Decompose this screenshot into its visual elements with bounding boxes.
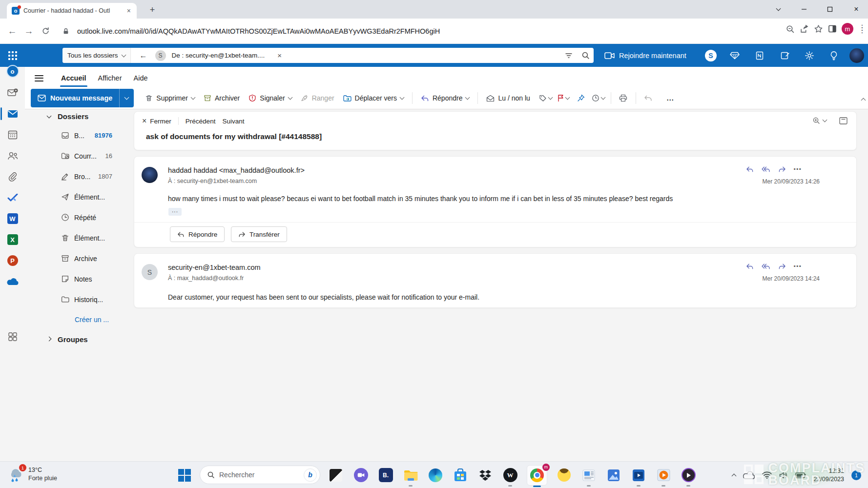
microsoft-store-icon[interactable]: [452, 467, 469, 484]
reply-icon[interactable]: [745, 166, 754, 173]
tab-accueil[interactable]: Accueil: [55, 72, 92, 84]
rail-mail-icon[interactable]: [0, 105, 25, 122]
browser-profile-avatar[interactable]: m: [842, 23, 853, 35]
folder-sent[interactable]: Élément...: [25, 193, 134, 201]
sender-avatar[interactable]: [142, 167, 158, 183]
reload-button[interactable]: [37, 23, 54, 40]
contrast-app-icon[interactable]: [328, 467, 344, 484]
yellow-app-icon[interactable]: [556, 467, 572, 484]
taskbar-clock[interactable]: 12:31 22/09/2023: [813, 467, 844, 484]
more-options-button[interactable]: ...: [662, 90, 679, 106]
file-explorer-icon[interactable]: [402, 467, 419, 484]
orange-play-app-icon[interactable]: [655, 467, 672, 484]
new-tab-button[interactable]: +: [146, 4, 158, 16]
archive-button[interactable]: Archiver: [199, 90, 244, 106]
rail-new-mail-icon[interactable]: [0, 84, 25, 101]
window-app-icon[interactable]: [580, 467, 597, 484]
account-avatar[interactable]: [849, 48, 864, 63]
reading-pane-layout-icon[interactable]: [839, 117, 847, 124]
notification-count-badge[interactable]: 1: [851, 470, 861, 480]
hidden-icons-chevron[interactable]: [732, 474, 737, 479]
new-message-button[interactable]: Nouveau message: [31, 89, 134, 107]
zoom-message-button[interactable]: [812, 117, 827, 124]
dossiers-header[interactable]: Dossiers: [25, 112, 134, 121]
rail-word-icon[interactable]: W: [0, 210, 25, 227]
message-more-icon[interactable]: ⋯: [793, 262, 802, 271]
onedrive-tray-icon[interactable]: [743, 471, 755, 479]
bookmark-star-icon[interactable]: [814, 24, 823, 34]
rail-people-icon[interactable]: [0, 147, 25, 164]
search-back-icon[interactable]: ←: [140, 51, 147, 60]
browser-tab[interactable]: o Courrier - haddad haddad - Outl ×: [7, 3, 137, 19]
w-app-icon[interactable]: W: [502, 467, 518, 484]
reply-button[interactable]: Répondre: [416, 90, 474, 106]
sender-name[interactable]: haddad haddad <max_haddad@outlook.fr>: [168, 166, 305, 174]
bing-icon[interactable]: b: [304, 468, 317, 482]
volume-icon[interactable]: [779, 471, 788, 479]
window-minimize-button[interactable]: [795, 3, 813, 15]
browser-menu-icon[interactable]: ⋮⋮: [858, 26, 863, 31]
pin-button[interactable]: [574, 90, 588, 106]
rail-todo-icon[interactable]: [0, 189, 25, 206]
message-more-icon[interactable]: ⋯: [793, 164, 802, 174]
delete-button[interactable]: Supprimer: [141, 90, 199, 106]
side-panel-icon[interactable]: [828, 24, 837, 33]
b-app-icon[interactable]: B.: [377, 467, 394, 484]
window-close-button[interactable]: ×: [847, 3, 865, 15]
folder-junk[interactable]: Courr... 16: [25, 152, 134, 160]
rail-attachments-icon[interactable]: [0, 168, 25, 185]
move-to-button[interactable]: Déplacer vers: [339, 90, 408, 106]
previous-message-button[interactable]: Précédent: [186, 118, 216, 125]
join-meeting-button[interactable]: Rejoindre maintenant: [604, 52, 686, 60]
start-button[interactable]: [176, 467, 193, 484]
rail-excel-icon[interactable]: X: [0, 231, 25, 248]
create-folder-link[interactable]: Créer un ...: [25, 316, 134, 324]
lock-icon[interactable]: [58, 23, 74, 40]
premium-icon[interactable]: [730, 52, 740, 60]
close-message-button[interactable]: ×Fermer: [142, 117, 171, 125]
search-filter-icon[interactable]: [565, 52, 573, 60]
forward-icon[interactable]: [778, 263, 786, 270]
search-scope-dropdown[interactable]: Tous les dossiers: [62, 48, 131, 63]
sender-name[interactable]: security-en@1xbet-team.com: [168, 264, 261, 271]
tab-search-chevron-icon[interactable]: [769, 3, 787, 15]
onenote-icon[interactable]: [755, 51, 764, 60]
folder-notes[interactable]: Notes: [25, 275, 134, 283]
url-text[interactable]: outlook.live.com/mail/0/id/AQQkADAwATYwM…: [77, 27, 440, 35]
collapse-ribbon-chevron[interactable]: [862, 95, 865, 104]
battery-icon[interactable]: [795, 472, 806, 479]
window-maximize-button[interactable]: [821, 3, 839, 15]
print-button[interactable]: [616, 90, 631, 106]
rail-calendar-icon[interactable]: [0, 126, 25, 143]
folder-inbox[interactable]: B... 81976: [25, 131, 134, 140]
forward-quick-button[interactable]: Transférer: [231, 226, 287, 242]
tips-lightbulb-icon[interactable]: [829, 51, 838, 61]
back-button[interactable]: ←: [4, 23, 21, 40]
rail-more-apps-icon[interactable]: [0, 328, 25, 345]
dropbox-icon[interactable]: [477, 467, 494, 484]
edge-icon[interactable]: [427, 467, 444, 484]
dark-media-player-icon[interactable]: [680, 467, 697, 484]
rail-powerpoint-icon[interactable]: P: [0, 252, 25, 269]
rail-onedrive-icon[interactable]: [0, 273, 25, 290]
movies-tv-icon[interactable]: [630, 467, 647, 484]
reply-icon[interactable]: [745, 263, 754, 270]
folder-drafts[interactable]: Bro... 1807: [25, 172, 134, 181]
settings-gear-icon[interactable]: [805, 51, 814, 61]
search-box[interactable]: Tous les dossiers ← S De : security-en@1…: [62, 48, 594, 63]
forward-button[interactable]: →: [21, 23, 37, 40]
todo-icon[interactable]: [781, 51, 790, 60]
camera-app-icon[interactable]: [352, 467, 369, 484]
reply-quick-button[interactable]: Répondre: [170, 226, 225, 242]
skype-icon[interactable]: S: [705, 50, 717, 61]
tab-afficher[interactable]: Afficher: [92, 72, 128, 84]
wifi-icon[interactable]: [762, 471, 772, 479]
hamburger-menu-icon[interactable]: [35, 73, 43, 83]
categorize-tag-button[interactable]: [538, 90, 553, 106]
zoom-out-icon[interactable]: [785, 24, 795, 34]
read-unread-button[interactable]: Lu / non lu: [482, 90, 534, 106]
new-message-split-chevron[interactable]: [119, 89, 134, 107]
snooze-button[interactable]: [591, 90, 606, 106]
search-query-text[interactable]: De : security-en@1xbet-team....: [172, 52, 265, 59]
forward-icon[interactable]: [778, 166, 786, 173]
